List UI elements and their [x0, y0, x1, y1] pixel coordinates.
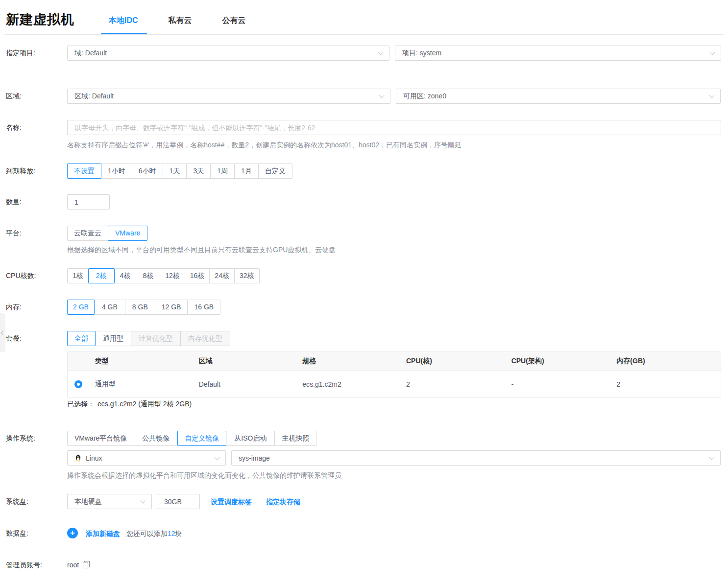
tab-public-cloud[interactable]: 公有云: [215, 15, 254, 26]
cpu-option-16[interactable]: 16核: [185, 268, 210, 283]
sku-header-mem: 内存(GB): [610, 357, 721, 366]
cpu-button-group: 1核 2核 4核 8核 12核 16核 24核 32核: [67, 268, 260, 283]
sku-row-spec: ecs.g1.c2m2: [296, 380, 400, 388]
project-row-label: 指定项目:: [6, 46, 35, 61]
sysdisk-type-select[interactable]: 本地硬盘: [67, 494, 152, 509]
datadisk-hint: 您还可以添加12块: [126, 530, 182, 538]
zone-select-value: 可用区: zone0: [403, 92, 446, 101]
sku-selected-summary: 已选择：ecs.g1.c2m2 (通用型 2核 2GB): [67, 400, 192, 409]
admin-account: root: [67, 560, 90, 570]
memory-row-label: 内存:: [6, 300, 22, 315]
os-image-select[interactable]: sys-image: [231, 450, 721, 466]
platform-option-vmware[interactable]: VMware: [108, 226, 147, 241]
sku-header-type: 类型: [89, 357, 193, 366]
admin-account-value: root: [67, 561, 79, 569]
expire-option-1m[interactable]: 1月: [234, 163, 259, 179]
cpu-option-24[interactable]: 24核: [209, 268, 235, 283]
cpu-row-label: CPU核数:: [6, 268, 36, 283]
expire-option-none[interactable]: 不设置: [67, 163, 101, 179]
sku-table-row[interactable]: 通用型 Default ecs.g1.c2m2 2 - 2: [68, 370, 721, 397]
sku-row-cpu-arch: -: [506, 380, 611, 388]
os-option-public-image[interactable]: 公共镜像: [134, 431, 178, 446]
platform-button-group: 云联壹云 VMware: [67, 226, 147, 241]
os-row-label: 操作系统:: [6, 431, 35, 446]
region-row-label: 区域:: [6, 89, 22, 104]
sku-filter-general[interactable]: 通用型: [95, 331, 131, 346]
expire-button-group: 不设置 1小时 6小时 1天 3天 1周 1月 自定义: [67, 163, 292, 179]
os-option-iso-boot[interactable]: 从ISO启动: [226, 431, 275, 446]
sku-header-spec: 规格: [296, 357, 400, 366]
memory-button-group: 2 GB 4 GB 8 GB 12 GB 16 GB: [67, 300, 220, 315]
region-select-value: 区域: Default: [74, 92, 114, 101]
os-option-custom-image[interactable]: 自定义镜像: [177, 431, 226, 446]
cpu-option-32[interactable]: 32核: [234, 268, 260, 283]
sysdisk-size-input[interactable]: [157, 494, 200, 509]
cpu-option-1[interactable]: 1核: [67, 268, 89, 283]
os-option-host-snapshot[interactable]: 主机快照: [274, 431, 316, 446]
chevron-down-icon: [214, 454, 219, 460]
cpu-option-2[interactable]: 2核: [88, 268, 115, 283]
tab-bar: 本地IDC 私有云 公有云: [101, 15, 268, 26]
expire-option-custom[interactable]: 自定义: [258, 163, 292, 179]
os-option-vmware-image[interactable]: VMware平台镜像: [67, 431, 134, 446]
linux-tux-icon: [74, 454, 82, 462]
chevron-down-icon: [140, 498, 146, 503]
count-input[interactable]: [67, 194, 110, 210]
tab-local-idc[interactable]: 本地IDC: [101, 15, 146, 26]
cpu-option-4[interactable]: 4核: [114, 268, 137, 283]
sku-filter-all[interactable]: 全部: [67, 331, 96, 346]
sku-header-cpu-arch: CPU(架构): [506, 357, 611, 366]
add-disk-link[interactable]: 添加新磁盘: [86, 530, 120, 538]
block-storage-link[interactable]: 指定块存储: [266, 498, 300, 507]
memory-option-16gb[interactable]: 16 GB: [187, 300, 220, 315]
memory-option-4gb[interactable]: 4 GB: [94, 300, 125, 315]
zone-select[interactable]: 可用区: zone0: [396, 89, 721, 104]
datadisk-hint-count: 12: [168, 530, 175, 537]
expire-option-1w[interactable]: 1周: [210, 163, 235, 179]
chevron-down-icon: [378, 49, 383, 55]
name-input[interactable]: [67, 120, 721, 135]
memory-option-8gb[interactable]: 8 GB: [125, 300, 155, 315]
add-disk-plus-icon[interactable]: [67, 528, 78, 538]
sidebar-collapse-handle[interactable]: [0, 313, 5, 352]
domain-select[interactable]: 域: Default: [67, 46, 389, 61]
expire-option-1h[interactable]: 1小时: [101, 163, 132, 179]
sku-filter-compute-optimized: 计算优化型: [131, 331, 181, 346]
tab-private-cloud[interactable]: 私有云: [161, 15, 200, 26]
sysdisk-type-select-value: 本地硬盘: [74, 497, 102, 506]
sku-table: 类型 区域 规格 CPU(核) CPU(架构) 内存(GB) 通用型 Defau…: [67, 351, 721, 398]
count-row-label: 数量:: [6, 194, 22, 210]
new-vm-page: 新建虚拟机 本地IDC 私有云 公有云 指定项目: 域: Default 项目:…: [0, 0, 728, 583]
copy-icon[interactable]: [83, 561, 90, 568]
os-image-select-value: sys-image: [239, 454, 270, 462]
datadisk-hint-suffix: 块: [175, 530, 182, 537]
os-type-select[interactable]: Linux: [67, 450, 226, 466]
sku-row-type: 通用型: [89, 380, 193, 389]
cpu-option-12[interactable]: 12核: [160, 268, 185, 283]
admin-row-label: 管理员账号:: [6, 560, 42, 570]
platform-option-yunlian[interactable]: 云联壹云: [67, 226, 108, 241]
expire-option-1d[interactable]: 1天: [163, 163, 187, 179]
sysdisk-row-label: 系统盘:: [6, 494, 28, 509]
memory-option-2gb[interactable]: 2 GB: [67, 300, 95, 315]
platform-row-label: 平台:: [6, 226, 22, 241]
schedule-tag-link[interactable]: 设置调度标签: [211, 498, 252, 507]
sku-row-region: Default: [193, 380, 297, 388]
sku-row-radio-selected[interactable]: [74, 380, 82, 388]
header-divider: [4, 34, 724, 35]
memory-option-12gb[interactable]: 12 GB: [155, 300, 188, 315]
cpu-option-8[interactable]: 8核: [136, 268, 160, 283]
chevron-down-icon: [709, 454, 714, 460]
platform-helper-text: 根据选择的区域不同，平台的可用类型不同且目前只有云联壹云支持GPU虚拟机、云硬盘: [67, 246, 336, 255]
expire-option-3d[interactable]: 3天: [186, 163, 211, 179]
sku-filter-group: 全部 通用型 计算优化型 内存优化型: [67, 331, 230, 346]
sku-selected-prefix: 已选择：: [67, 400, 95, 408]
expire-option-6h[interactable]: 6小时: [132, 163, 163, 179]
sku-header-cpu-cores: CPU(核): [400, 357, 506, 366]
name-helper-text: 名称支持有序后缀占位符'#'，用法举例，名称host##，数量2，创建后实例的名…: [67, 141, 461, 150]
domain-select-value: 域: Default: [74, 49, 107, 58]
sku-header-region: 区域: [193, 357, 297, 366]
region-select[interactable]: 区域: Default: [67, 89, 390, 104]
datadisk-hint-prefix: 您还可以添加: [126, 530, 168, 537]
project-select[interactable]: 项目: system: [395, 46, 721, 61]
